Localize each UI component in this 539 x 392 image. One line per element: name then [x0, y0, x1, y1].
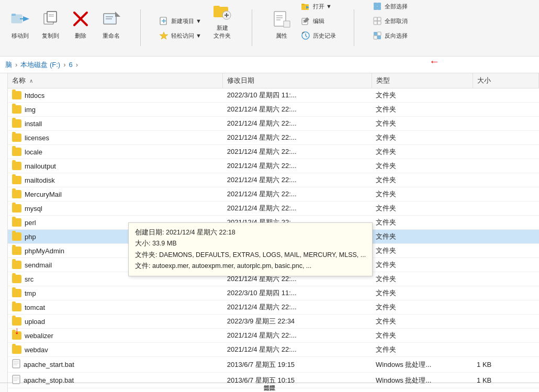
properties-button[interactable]: 属性	[267, 7, 296, 42]
cell-type: 文件夹	[372, 258, 473, 272]
svg-rect-37	[374, 17, 377, 21]
cell-type: 文件夹	[372, 117, 473, 131]
cell-date: 2021/12/4 星期六 22:...	[223, 117, 372, 131]
folder-icon	[12, 105, 21, 114]
file-name: mailoutput	[25, 162, 56, 170]
cell-date: 2021/12/4 星期六 22:...	[223, 329, 372, 343]
folder-icon	[12, 133, 21, 142]
cell-type: 文件夹	[372, 173, 473, 187]
file-name: webdav	[25, 346, 48, 354]
header-size[interactable]: 大小	[473, 73, 538, 88]
tooltip-line2: 大小: 33.9 MB	[135, 238, 366, 249]
file-name: webalizer	[25, 332, 53, 340]
table-row[interactable]: apache_start.bat2013/6/7 星期五 19:15Window…	[8, 357, 539, 373]
cell-name: img	[8, 103, 223, 117]
copy-to-button[interactable]: 复制到	[36, 7, 65, 42]
table-row[interactable]: img2021/12/4 星期六 22:...文件夹	[8, 103, 539, 117]
svg-rect-3	[20, 18, 23, 19]
cell-date: 2021/12/4 星期六 22:...	[223, 187, 372, 201]
breadcrumb-drive[interactable]: 本地磁盘 (F:)	[20, 60, 60, 70]
folder-icon	[12, 232, 21, 241]
table-row[interactable]: install2021/12/4 星期六 22:...文件夹	[8, 117, 539, 131]
history-button[interactable]: 历史记录	[297, 29, 339, 42]
tooltip-popup: 创建日期: 2021/12/4 星期六 22:18 大小: 33.9 MB 文件…	[128, 222, 373, 276]
breadcrumb-sep-1: ›	[15, 61, 17, 69]
new-folder-button[interactable]: 新建文件夹	[208, 0, 237, 42]
history-icon	[300, 30, 311, 41]
cell-size	[473, 88, 538, 103]
invert-button[interactable]: 反向选择	[369, 29, 411, 42]
file-name: tmp	[25, 289, 36, 297]
file-name: htdocs	[25, 92, 44, 99]
open-group: 属性 打开 ▼	[267, 0, 339, 53]
cell-size	[473, 258, 538, 272]
table-row[interactable]: tmp2022/3/10 星期四 11:...文件夹	[8, 286, 539, 300]
cell-size	[473, 201, 538, 216]
header-type[interactable]: 类型	[372, 73, 473, 88]
new-group: 新建项目 ▼ 轻松访问 ▼ 新	[155, 0, 237, 53]
table-row[interactable]: licenses2021/12/4 星期六 22:...文件夹	[8, 131, 539, 145]
easy-access-label: 轻松访问 ▼	[171, 32, 201, 40]
cell-date: 2021/12/4 星期六 22:...	[223, 103, 372, 117]
table-row[interactable]: locale2021/12/4 星期六 22:...文件夹	[8, 145, 539, 159]
select-none-button[interactable]: 全部取消	[369, 14, 411, 28]
divider-3	[354, 9, 354, 46]
top-red-arrow: ←	[429, 55, 440, 68]
table-row[interactable]: apache_stop.bat2013/6/7 星期五 10:15Windows…	[8, 373, 539, 388]
cell-type: 文件夹	[372, 244, 473, 258]
cell-type: 文件夹	[372, 230, 473, 244]
table-row[interactable]: mysql2021/12/4 星期六 22:...文件夹	[8, 201, 539, 216]
svg-rect-40	[377, 21, 381, 25]
organize-group: 移动到 复制到 删除	[5, 7, 126, 53]
edit-label: 编辑	[313, 17, 324, 25]
new-item-icon	[159, 16, 169, 26]
table-row[interactable]: upload2022/3/9 星期三 22:34文件夹	[8, 315, 539, 329]
cell-date: 2021/12/4 星期六 22:...	[223, 131, 372, 145]
table-row[interactable]: MercuryMail2021/12/4 星期六 22:...文件夹	[8, 187, 539, 201]
delete-button[interactable]: 删除	[66, 7, 95, 42]
header-name[interactable]: 名称 ∧	[8, 73, 223, 88]
breadcrumb-root[interactable]: 脑	[5, 60, 12, 70]
table-row[interactable]: mailtodisk2021/12/4 星期六 22:...文件夹	[8, 173, 539, 187]
new-item-button[interactable]: 新建项目 ▼	[155, 14, 205, 28]
left-pane	[0, 73, 8, 392]
svg-rect-38	[377, 17, 381, 21]
table-row[interactable]: webalizer2021/12/4 星期六 22:...文件夹	[8, 329, 539, 343]
folder-icon	[12, 91, 21, 99]
svg-rect-49	[13, 375, 20, 384]
table-row[interactable]: htdocs2022/3/10 星期四 11:...文件夹	[8, 88, 539, 103]
select-all-button[interactable]: 全部选择	[369, 0, 411, 13]
divider-2	[252, 9, 252, 46]
svg-rect-43	[374, 36, 377, 39]
cell-type: Windows 批处理...	[372, 373, 473, 388]
breadcrumb-folder[interactable]: 6	[69, 61, 73, 69]
table-row[interactable]: tomcat2021/12/4 星期六 22:...文件夹	[8, 300, 539, 315]
cell-size	[473, 216, 538, 230]
rename-button[interactable]: 重命名	[96, 7, 126, 42]
easy-access-button[interactable]: 轻松访问 ▼	[155, 29, 205, 42]
cell-date: 2021/12/4 星期六 22:...	[223, 173, 372, 187]
cell-name: apache_stop.bat	[8, 373, 223, 388]
cell-type: 文件夹	[372, 88, 473, 103]
open-button[interactable]: 打开 ▼	[297, 0, 339, 13]
header-date[interactable]: 修改日期	[223, 73, 372, 88]
folder-icon	[12, 119, 21, 128]
cell-name: webalizer	[8, 329, 223, 343]
table-row[interactable]: mailoutput2021/12/4 星期六 22:...文件夹	[8, 159, 539, 173]
svg-rect-18	[214, 6, 220, 8]
table-row[interactable]: webdav2021/12/4 星期六 22:...文件夹	[8, 343, 539, 357]
file-list-container[interactable]: ↓ 名称 ∧ 修改日期 类型 大小 htdocs2022/3/10 星期四 11…	[8, 73, 539, 392]
file-name: perl	[25, 219, 36, 227]
folder-icon	[12, 204, 21, 212]
move-to-button[interactable]: 移动到	[5, 7, 35, 42]
svg-rect-1	[12, 14, 16, 16]
file-name: sendmail	[25, 261, 52, 269]
file-name: MercuryMail	[25, 191, 62, 198]
edit-button[interactable]: 编辑	[297, 14, 339, 28]
cell-size	[473, 329, 538, 343]
breadcrumb-sep-2: ›	[63, 61, 65, 69]
cell-name: webdav	[8, 343, 223, 357]
cell-size	[473, 272, 538, 286]
properties-icon	[272, 9, 291, 31]
divider-1	[140, 9, 141, 46]
